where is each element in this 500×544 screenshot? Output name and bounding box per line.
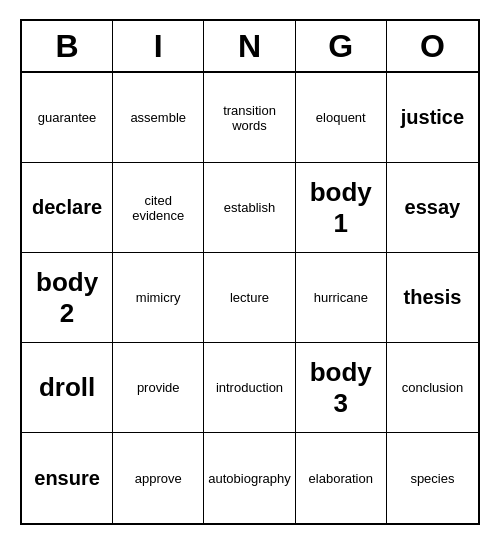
bingo-cell[interactable]: cited evidence: [113, 163, 204, 253]
bingo-cell[interactable]: droll: [22, 343, 113, 433]
bingo-cell[interactable]: lecture: [204, 253, 295, 343]
bingo-cell[interactable]: justice: [387, 73, 478, 163]
bingo-cell[interactable]: autobiography: [204, 433, 295, 523]
bingo-cell[interactable]: body 2: [22, 253, 113, 343]
bingo-cell[interactable]: provide: [113, 343, 204, 433]
bingo-header: BINGO: [22, 21, 478, 73]
bingo-cell[interactable]: declare: [22, 163, 113, 253]
bingo-cell[interactable]: species: [387, 433, 478, 523]
bingo-cell[interactable]: approve: [113, 433, 204, 523]
bingo-cell[interactable]: transition words: [204, 73, 295, 163]
bingo-cell[interactable]: conclusion: [387, 343, 478, 433]
bingo-cell[interactable]: body 3: [296, 343, 387, 433]
bingo-grid: guaranteeassembletransition wordseloquen…: [22, 73, 478, 523]
bingo-cell[interactable]: establish: [204, 163, 295, 253]
bingo-cell[interactable]: guarantee: [22, 73, 113, 163]
bingo-cell[interactable]: hurricane: [296, 253, 387, 343]
header-letter: N: [204, 21, 295, 71]
bingo-cell[interactable]: elaboration: [296, 433, 387, 523]
header-letter: I: [113, 21, 204, 71]
bingo-cell[interactable]: essay: [387, 163, 478, 253]
bingo-cell[interactable]: ensure: [22, 433, 113, 523]
bingo-card: BINGO guaranteeassembletransition wordse…: [20, 19, 480, 525]
bingo-cell[interactable]: body 1: [296, 163, 387, 253]
header-letter: G: [296, 21, 387, 71]
bingo-cell[interactable]: mimicry: [113, 253, 204, 343]
header-letter: O: [387, 21, 478, 71]
bingo-cell[interactable]: assemble: [113, 73, 204, 163]
bingo-cell[interactable]: introduction: [204, 343, 295, 433]
bingo-cell[interactable]: thesis: [387, 253, 478, 343]
header-letter: B: [22, 21, 113, 71]
bingo-cell[interactable]: eloquent: [296, 73, 387, 163]
